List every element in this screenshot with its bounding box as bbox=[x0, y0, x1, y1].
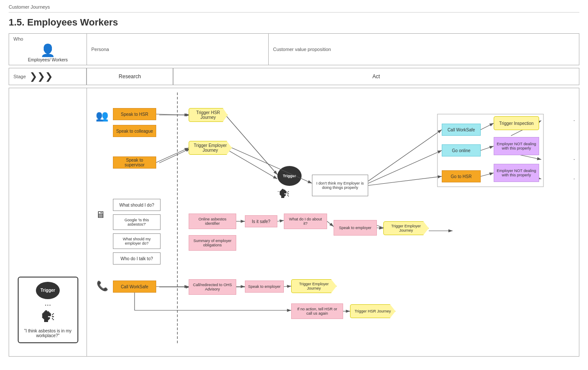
svg-line-3 bbox=[225, 149, 277, 179]
person-label: Employees/ Workers bbox=[13, 57, 82, 62]
svg-line-38 bbox=[377, 228, 383, 228]
svg-line-32 bbox=[481, 123, 494, 130]
if-no-action-box: If no action, tell HSR or call us again bbox=[291, 303, 343, 319]
who-label: Who bbox=[13, 36, 82, 41]
trigger-dots: ... bbox=[23, 300, 73, 306]
research-act-divider bbox=[177, 92, 178, 343]
monitor-icon: 🖥 bbox=[96, 209, 105, 220]
trigger-head-icon: 🗣 bbox=[23, 308, 73, 326]
speak-employer2-box: Speak to employer bbox=[245, 281, 284, 293]
employer-not1-box: Employer NOT dealing with this properly bbox=[494, 137, 539, 155]
cvp-label: Customer value proposition bbox=[273, 47, 331, 52]
online-asbestos-box: Online asbestos identifier bbox=[189, 214, 236, 229]
employer-not2-box: Employer NOT dealing with this properly bbox=[494, 164, 539, 182]
cvp-cell: Customer value proposition bbox=[269, 34, 579, 65]
go-to-hsr-box: Go to HSR bbox=[442, 170, 481, 182]
trigger-employer2-box: Trigger Employer Journey bbox=[383, 221, 429, 235]
svg-line-29 bbox=[368, 130, 442, 181]
google-asbestos-box: Google 'Is this asbestos?' bbox=[113, 214, 161, 230]
is-it-safe-box: Is it safe? bbox=[245, 215, 277, 227]
svg-line-16 bbox=[574, 157, 575, 159]
people-icon: 👥 bbox=[96, 110, 109, 122]
persona-label: Persona bbox=[91, 47, 109, 52]
svg-line-31 bbox=[368, 176, 442, 185]
svg-line-37 bbox=[327, 221, 334, 226]
call-worksafe-box: Call WorkSafe bbox=[113, 281, 156, 293]
person-head-icon: 🗣 bbox=[278, 187, 290, 201]
header-table: Who 👤 Employees/ Workers Persona Custome… bbox=[9, 33, 579, 65]
svg-line-2 bbox=[159, 149, 190, 163]
what-should-box: What should I do? bbox=[113, 199, 161, 211]
trigger-hsr2-box: Trigger HSR Journey bbox=[350, 304, 395, 318]
trigger-quote: "I think asbestos is in my workplace?" bbox=[23, 329, 73, 338]
arrows-icon: ❯❯❯ bbox=[29, 71, 53, 82]
svg-line-26 bbox=[156, 114, 189, 115]
trigger-panel: Trigger ... 🗣 "I think asbestos is in my… bbox=[9, 88, 87, 356]
band-act: Act bbox=[173, 68, 579, 85]
speak-hsr-box: Speak to HSR bbox=[113, 108, 156, 120]
band-research: Research bbox=[87, 68, 173, 85]
svg-line-4 bbox=[225, 115, 277, 175]
phone-icon: 📞 bbox=[96, 281, 108, 292]
breadcrumb: Customer Journeys bbox=[9, 4, 579, 13]
svg-line-33 bbox=[481, 146, 494, 150]
svg-line-22 bbox=[284, 286, 291, 287]
page: Customer Journeys 1.5. Employees Workers… bbox=[0, 0, 588, 370]
svg-line-34 bbox=[481, 173, 494, 176]
i-dont-think-box: I don't think my Employer is doing thing… bbox=[312, 175, 368, 196]
who-cell: Who 👤 Employees/ Workers bbox=[9, 34, 87, 65]
speak-supervisor-box: Speak to supervisor bbox=[113, 156, 156, 169]
trigger-box: Trigger ... 🗣 "I think asbestos is in my… bbox=[18, 277, 78, 343]
trigger-hsr-box: Trigger HSR Journey bbox=[189, 108, 228, 122]
call-redirected-box: Call/redirected to OHS Advisory bbox=[189, 279, 236, 295]
svg-line-36 bbox=[277, 220, 284, 221]
speak-to-employer-box: Speak to employer bbox=[334, 220, 377, 236]
person-icon: 👤 bbox=[13, 43, 82, 57]
what-do-i-do-box: What do I do about it? bbox=[284, 214, 327, 229]
employer-do-box: What should my employer do? bbox=[113, 233, 161, 249]
trigger-employer-box: Trigger Employer Journey bbox=[189, 141, 232, 155]
diagram-area: 👥 Speak to HSR Speak to colleague Speak … bbox=[87, 88, 579, 356]
stage-cell: Stage ❯❯❯ bbox=[9, 68, 87, 85]
svg-line-27 bbox=[156, 148, 189, 163]
stage-bands: Research Act bbox=[87, 68, 579, 85]
page-title: 1.5. Employees Workers bbox=[9, 17, 579, 28]
trigger-thought-bubble: Trigger bbox=[277, 166, 302, 186]
persona-cell: Persona bbox=[87, 34, 269, 65]
trigger-bubble: Trigger bbox=[36, 282, 60, 299]
speak-colleague-box: Speak to colleague bbox=[113, 125, 156, 137]
flow: 👥 Speak to HSR Speak to colleague Speak … bbox=[91, 92, 575, 352]
main-content: Trigger ... 🗣 "I think asbestos is in my… bbox=[9, 88, 579, 357]
call-worksafe2-box: Call WorkSafe bbox=[442, 124, 481, 136]
stage-label: Stage bbox=[13, 74, 26, 79]
who-talk-box: Who do I talk to? bbox=[113, 252, 161, 265]
trigger-thought-area: Trigger ... bbox=[277, 166, 303, 190]
summary-obligations-box: Summary of employer obligations bbox=[189, 235, 236, 251]
trigger-employer3-box: Trigger Employer Journey bbox=[291, 279, 337, 293]
trigger-inspection-box: Trigger Inspection bbox=[494, 116, 539, 130]
stage-row: Stage ❯❯❯ Research Act bbox=[9, 68, 579, 85]
go-online-box: Go online bbox=[442, 144, 481, 156]
svg-line-30 bbox=[368, 150, 442, 183]
